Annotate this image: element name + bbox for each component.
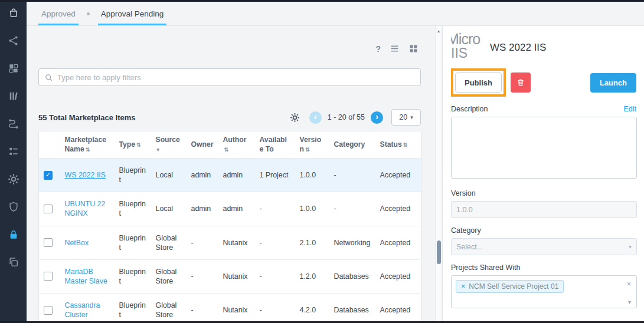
clear-selection-icon[interactable]: × bbox=[626, 279, 631, 288]
publish-button[interactable]: Publish bbox=[455, 72, 502, 93]
total-items-label: 55 Total Marketplace Items bbox=[38, 113, 136, 122]
row-checkbox[interactable] bbox=[44, 306, 53, 315]
table-row[interactable]: Cassandra Cluster Blueprint Global Store… bbox=[39, 294, 421, 323]
cell-source: Global Store bbox=[151, 226, 187, 259]
column-owner[interactable]: Owner bbox=[187, 131, 218, 159]
table-row[interactable]: NetBox Blueprint Global Store - Nutanix … bbox=[39, 226, 421, 259]
logo-text-bottom: IIS bbox=[451, 47, 484, 60]
cell-available-to: - bbox=[255, 226, 295, 259]
item-detail-panel: Micro IIS WS 2022 IIS Publish Launch Des… bbox=[442, 26, 644, 321]
bag-icon[interactable] bbox=[8, 7, 19, 19]
grid-view-icon[interactable] bbox=[408, 44, 419, 54]
page-size-dropdown[interactable]: 20 ▾ bbox=[391, 109, 421, 126]
marketplace-item-link[interactable]: UBUNTU 22 NGINX bbox=[65, 200, 106, 217]
cell-source: Global Store bbox=[151, 294, 187, 323]
cell-version: 1.2.0 bbox=[295, 259, 329, 293]
cell-author: admin bbox=[218, 159, 255, 192]
shield-icon[interactable] bbox=[8, 201, 19, 213]
cell-type: Blueprint bbox=[115, 294, 151, 323]
cell-type: Blueprint bbox=[115, 159, 151, 192]
edit-link[interactable]: Edit bbox=[623, 105, 636, 113]
tab-approved-label: Approved bbox=[41, 9, 76, 18]
marketplace-item-link[interactable]: WS 2022 IIS bbox=[65, 171, 106, 179]
project-tag-label: NCM Self Service Project 01 bbox=[469, 282, 558, 291]
tab-approval-pending[interactable]: Approval Pending bbox=[98, 2, 167, 25]
column-source[interactable]: Source▾ bbox=[151, 131, 187, 159]
table-header-row: Marketplace Name⇅ Type⇅ Source▾ Owner Au… bbox=[39, 131, 421, 159]
cell-available-to: - bbox=[255, 294, 295, 323]
cell-source: Global Store bbox=[151, 259, 187, 293]
category-label: Category bbox=[451, 226, 481, 235]
scrollbar-thumb[interactable] bbox=[437, 240, 441, 264]
checklist-icon[interactable] bbox=[8, 146, 19, 157]
column-version[interactable]: Version⇅ bbox=[295, 131, 329, 159]
help-icon[interactable]: ? bbox=[375, 44, 381, 54]
row-checkbox[interactable] bbox=[44, 205, 53, 213]
list-view-icon[interactable] bbox=[390, 44, 400, 54]
cell-status: Accepted bbox=[375, 192, 421, 226]
detail-header: Micro IIS WS 2022 IIS bbox=[451, 31, 636, 65]
cell-author: Nutanix bbox=[218, 259, 255, 293]
tab-approved[interactable]: Approved bbox=[38, 2, 79, 25]
marketplace-item-link[interactable]: NetBox bbox=[65, 239, 89, 247]
cell-version: 2.1.0 bbox=[295, 226, 329, 259]
marketplace-item-link[interactable]: MariaDB Master Slave bbox=[65, 268, 107, 285]
table-row[interactable]: ✓ WS 2022 IIS Blueprint Local admin admi… bbox=[39, 159, 421, 192]
chevron-right-icon: › bbox=[375, 113, 378, 121]
row-checkbox[interactable]: ✓ bbox=[44, 171, 53, 180]
column-status[interactable]: Status⇅ bbox=[375, 131, 421, 159]
chevron-down-icon: ▾ bbox=[410, 114, 413, 120]
column-type[interactable]: Type⇅ bbox=[115, 131, 151, 159]
gear-icon[interactable] bbox=[8, 173, 19, 185]
delete-button[interactable] bbox=[511, 72, 531, 93]
row-checkbox[interactable] bbox=[44, 238, 53, 247]
tab-bar: Approved Approval Pending bbox=[27, 2, 644, 26]
description-textarea[interactable] bbox=[451, 117, 637, 179]
cell-type: Blueprint bbox=[115, 192, 151, 226]
cell-available-to: - bbox=[255, 259, 295, 293]
network-icon[interactable] bbox=[8, 35, 19, 47]
tab-separator-dot bbox=[87, 12, 90, 15]
description-label: Description bbox=[451, 105, 488, 113]
marketplace-manager-app: Approved Approval Pending ? 55 Total Mar… bbox=[0, 0, 644, 323]
sort-icon[interactable]: ⇅ bbox=[403, 142, 408, 148]
left-nav-rail bbox=[0, 2, 27, 321]
lock-icon[interactable] bbox=[8, 229, 19, 240]
flow-icon[interactable] bbox=[8, 118, 19, 130]
launch-button[interactable]: Launch bbox=[590, 73, 636, 93]
marketplace-item-link[interactable]: Cassandra Cluster bbox=[65, 301, 100, 319]
category-select: Select... ▾ bbox=[451, 238, 637, 255]
prev-page-button[interactable]: ‹ bbox=[309, 111, 322, 124]
filter-searchbar[interactable] bbox=[38, 68, 421, 86]
table-row[interactable]: MariaDB Master Slave Blueprint Global St… bbox=[39, 259, 421, 293]
library-bars-icon[interactable] bbox=[8, 90, 19, 102]
next-page-button[interactable]: › bbox=[371, 111, 383, 124]
column-available-to[interactable]: Available To bbox=[255, 131, 295, 159]
column-category[interactable]: Category bbox=[329, 131, 375, 159]
category-field: Category Select... ▾ bbox=[451, 226, 636, 255]
sort-icon[interactable]: ⇅ bbox=[136, 142, 141, 148]
chevron-down-icon[interactable]: ▾ bbox=[628, 299, 631, 305]
copy-icon[interactable] bbox=[8, 256, 19, 268]
row-checkbox[interactable] bbox=[44, 272, 53, 281]
projects-multiselect[interactable]: × NCM Self Service Project 01 × ▾ bbox=[451, 275, 637, 308]
remove-tag-icon[interactable]: × bbox=[461, 282, 465, 291]
scroll-up-arrow-icon[interactable]: ▴ bbox=[436, 28, 442, 34]
table-settings-gear-icon[interactable] bbox=[290, 113, 300, 123]
filter-input[interactable] bbox=[57, 73, 415, 82]
column-marketplace-name[interactable]: Marketplace Name⇅ bbox=[60, 131, 115, 159]
sort-icon[interactable]: ▾ bbox=[157, 147, 160, 153]
cell-version: 1.0.0 bbox=[295, 192, 329, 226]
chevron-left-icon: ‹ bbox=[314, 113, 317, 121]
sort-icon[interactable]: ⇅ bbox=[224, 147, 229, 153]
column-author[interactable]: Author⇅ bbox=[218, 131, 255, 159]
grid-apps-icon[interactable] bbox=[8, 62, 19, 74]
marketplace-table: Marketplace Name⇅ Type⇅ Source▾ Owner Au… bbox=[38, 131, 421, 323]
version-label: Version bbox=[451, 189, 476, 197]
version-field: Version bbox=[451, 189, 636, 218]
sort-icon[interactable]: ⇅ bbox=[86, 147, 90, 153]
vertical-scrollbar[interactable]: ▴ bbox=[435, 26, 442, 321]
table-row[interactable]: UBUNTU 22 NGINX Blueprint Local admin ad… bbox=[39, 192, 421, 226]
sort-icon[interactable]: ⇅ bbox=[305, 147, 310, 153]
search-icon bbox=[44, 73, 53, 82]
